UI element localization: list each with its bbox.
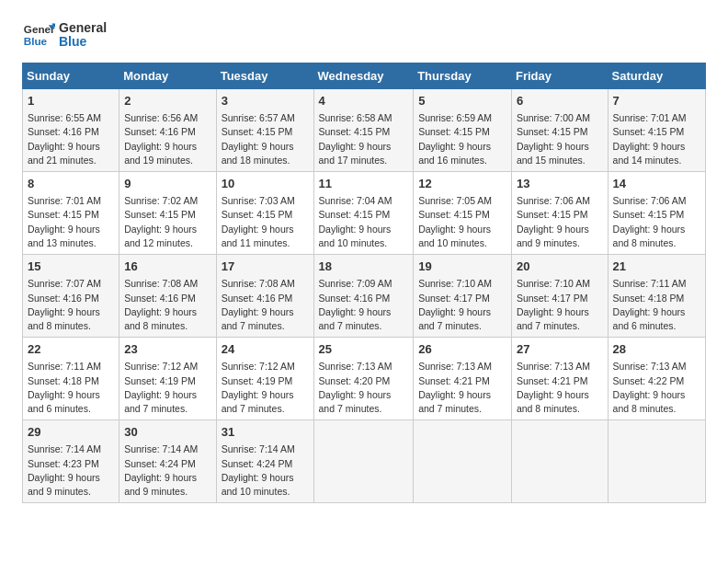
- day-info: Sunrise: 6:56 AM Sunset: 4:16 PM Dayligh…: [124, 111, 210, 167]
- day-number: 3: [222, 93, 309, 109]
- svg-text:Blue: Blue: [24, 35, 48, 47]
- calendar-day-cell: 16Sunrise: 7:08 AM Sunset: 4:16 PM Dayli…: [119, 255, 216, 338]
- calendar-day-cell: 18Sunrise: 7:09 AM Sunset: 4:16 PM Dayli…: [313, 255, 414, 338]
- day-number: 21: [613, 259, 700, 275]
- day-number: 25: [319, 341, 409, 358]
- calendar-day-cell: 12Sunrise: 7:05 AM Sunset: 4:15 PM Dayli…: [414, 172, 512, 255]
- day-info: Sunrise: 7:02 AM Sunset: 4:15 PM Dayligh…: [124, 194, 210, 250]
- calendar-day-cell: 20Sunrise: 7:10 AM Sunset: 4:17 PM Dayli…: [511, 255, 608, 338]
- day-number: 18: [319, 259, 409, 275]
- day-info: Sunrise: 7:07 AM Sunset: 4:16 PM Dayligh…: [28, 277, 114, 333]
- weekday-header-saturday: Saturday: [608, 63, 705, 89]
- day-info: Sunrise: 7:12 AM Sunset: 4:19 PM Dayligh…: [124, 360, 210, 416]
- day-info: Sunrise: 7:10 AM Sunset: 4:17 PM Dayligh…: [517, 277, 603, 333]
- calendar-day-cell: [511, 420, 608, 503]
- weekday-header-wednesday: Wednesday: [313, 63, 414, 89]
- day-number: 22: [28, 341, 114, 358]
- calendar-week-row: 29Sunrise: 7:14 AM Sunset: 4:23 PM Dayli…: [23, 420, 706, 503]
- calendar-day-cell: 3Sunrise: 6:57 AM Sunset: 4:15 PM Daylig…: [216, 89, 313, 172]
- calendar-day-cell: 1Sunrise: 6:55 AM Sunset: 4:16 PM Daylig…: [23, 89, 119, 172]
- calendar-day-cell: 31Sunrise: 7:14 AM Sunset: 4:24 PM Dayli…: [216, 420, 313, 503]
- calendar-week-row: 15Sunrise: 7:07 AM Sunset: 4:16 PM Dayli…: [23, 255, 706, 338]
- day-number: 5: [418, 93, 506, 109]
- day-info: Sunrise: 7:06 AM Sunset: 4:15 PM Dayligh…: [613, 194, 700, 250]
- calendar-day-cell: 14Sunrise: 7:06 AM Sunset: 4:15 PM Dayli…: [608, 172, 705, 255]
- day-info: Sunrise: 7:13 AM Sunset: 4:21 PM Dayligh…: [418, 360, 506, 416]
- day-info: Sunrise: 7:05 AM Sunset: 4:15 PM Dayligh…: [418, 194, 506, 250]
- day-number: 31: [222, 424, 309, 441]
- calendar-day-cell: 6Sunrise: 7:00 AM Sunset: 4:15 PM Daylig…: [511, 89, 608, 172]
- day-info: Sunrise: 7:09 AM Sunset: 4:16 PM Dayligh…: [319, 277, 409, 333]
- weekday-header-friday: Friday: [511, 63, 608, 89]
- day-info: Sunrise: 7:06 AM Sunset: 4:15 PM Dayligh…: [517, 194, 603, 250]
- day-info: Sunrise: 7:01 AM Sunset: 4:15 PM Dayligh…: [613, 111, 700, 167]
- day-info: Sunrise: 6:58 AM Sunset: 4:15 PM Dayligh…: [319, 111, 409, 167]
- day-number: 10: [222, 176, 309, 192]
- day-info: Sunrise: 7:01 AM Sunset: 4:15 PM Dayligh…: [28, 194, 114, 250]
- day-number: 12: [418, 176, 506, 192]
- day-info: Sunrise: 6:59 AM Sunset: 4:15 PM Dayligh…: [418, 111, 506, 167]
- day-info: Sunrise: 7:08 AM Sunset: 4:16 PM Dayligh…: [222, 277, 309, 333]
- weekday-header-monday: Monday: [119, 63, 216, 89]
- calendar-day-cell: [313, 420, 414, 503]
- calendar-day-cell: 30Sunrise: 7:14 AM Sunset: 4:24 PM Dayli…: [119, 420, 216, 503]
- calendar-day-cell: 10Sunrise: 7:03 AM Sunset: 4:15 PM Dayli…: [216, 172, 313, 255]
- calendar-week-row: 8Sunrise: 7:01 AM Sunset: 4:15 PM Daylig…: [23, 172, 706, 255]
- day-number: 24: [222, 341, 309, 358]
- weekday-header-row: SundayMondayTuesdayWednesdayThursdayFrid…: [23, 63, 706, 89]
- calendar-day-cell: 4Sunrise: 6:58 AM Sunset: 4:15 PM Daylig…: [313, 89, 414, 172]
- day-number: 27: [517, 341, 603, 358]
- day-number: 16: [124, 259, 210, 275]
- day-number: 17: [222, 259, 309, 275]
- calendar-day-cell: 23Sunrise: 7:12 AM Sunset: 4:19 PM Dayli…: [119, 338, 216, 420]
- weekday-header-tuesday: Tuesday: [216, 63, 313, 89]
- logo: General Blue General Blue: [22, 18, 107, 52]
- day-number: 13: [517, 176, 603, 192]
- day-number: 15: [28, 259, 114, 275]
- day-info: Sunrise: 7:11 AM Sunset: 4:18 PM Dayligh…: [613, 277, 700, 333]
- day-number: 9: [124, 176, 210, 192]
- logo-icon: General Blue: [22, 18, 55, 52]
- day-number: 8: [28, 176, 114, 192]
- calendar-day-cell: 11Sunrise: 7:04 AM Sunset: 4:15 PM Dayli…: [313, 172, 414, 255]
- day-number: 7: [613, 93, 700, 109]
- day-info: Sunrise: 7:13 AM Sunset: 4:21 PM Dayligh…: [517, 360, 603, 416]
- calendar-day-cell: 27Sunrise: 7:13 AM Sunset: 4:21 PM Dayli…: [511, 338, 608, 420]
- day-number: 28: [613, 341, 700, 358]
- calendar-day-cell: [608, 420, 705, 503]
- day-info: Sunrise: 7:13 AM Sunset: 4:20 PM Dayligh…: [319, 360, 409, 416]
- calendar-day-cell: 21Sunrise: 7:11 AM Sunset: 4:18 PM Dayli…: [608, 255, 705, 338]
- calendar-day-cell: 15Sunrise: 7:07 AM Sunset: 4:16 PM Dayli…: [23, 255, 119, 338]
- day-number: 2: [124, 93, 210, 109]
- calendar-week-row: 1Sunrise: 6:55 AM Sunset: 4:16 PM Daylig…: [23, 89, 706, 172]
- day-number: 11: [319, 176, 409, 192]
- svg-text:General: General: [24, 23, 55, 35]
- day-info: Sunrise: 7:12 AM Sunset: 4:19 PM Dayligh…: [222, 360, 309, 416]
- calendar-day-cell: 29Sunrise: 7:14 AM Sunset: 4:23 PM Dayli…: [23, 420, 119, 503]
- calendar-day-cell: 5Sunrise: 6:59 AM Sunset: 4:15 PM Daylig…: [414, 89, 512, 172]
- day-number: 6: [517, 93, 603, 109]
- calendar-day-cell: 24Sunrise: 7:12 AM Sunset: 4:19 PM Dayli…: [216, 338, 313, 420]
- weekday-header-thursday: Thursday: [414, 63, 512, 89]
- day-number: 29: [28, 424, 114, 441]
- calendar-day-cell: 2Sunrise: 6:56 AM Sunset: 4:16 PM Daylig…: [119, 89, 216, 172]
- calendar-day-cell: 17Sunrise: 7:08 AM Sunset: 4:16 PM Dayli…: [216, 255, 313, 338]
- day-number: 20: [517, 259, 603, 275]
- calendar-day-cell: 7Sunrise: 7:01 AM Sunset: 4:15 PM Daylig…: [608, 89, 705, 172]
- calendar-day-cell: [414, 420, 512, 503]
- calendar-table: SundayMondayTuesdayWednesdayThursdayFrid…: [22, 63, 706, 503]
- day-info: Sunrise: 7:13 AM Sunset: 4:22 PM Dayligh…: [613, 360, 700, 416]
- weekday-header-sunday: Sunday: [23, 63, 119, 89]
- calendar-day-cell: 22Sunrise: 7:11 AM Sunset: 4:18 PM Dayli…: [23, 338, 119, 420]
- day-info: Sunrise: 6:57 AM Sunset: 4:15 PM Dayligh…: [222, 111, 309, 167]
- day-number: 30: [124, 424, 210, 441]
- day-number: 23: [124, 341, 210, 358]
- calendar-day-cell: 28Sunrise: 7:13 AM Sunset: 4:22 PM Dayli…: [608, 338, 705, 420]
- calendar-day-cell: 26Sunrise: 7:13 AM Sunset: 4:21 PM Dayli…: [414, 338, 512, 420]
- day-info: Sunrise: 7:08 AM Sunset: 4:16 PM Dayligh…: [124, 277, 210, 333]
- day-number: 1: [28, 93, 114, 109]
- day-info: Sunrise: 7:11 AM Sunset: 4:18 PM Dayligh…: [28, 360, 114, 416]
- logo-text-blue: Blue: [59, 35, 107, 49]
- day-info: Sunrise: 7:03 AM Sunset: 4:15 PM Dayligh…: [222, 194, 309, 250]
- day-info: Sunrise: 7:00 AM Sunset: 4:15 PM Dayligh…: [517, 111, 603, 167]
